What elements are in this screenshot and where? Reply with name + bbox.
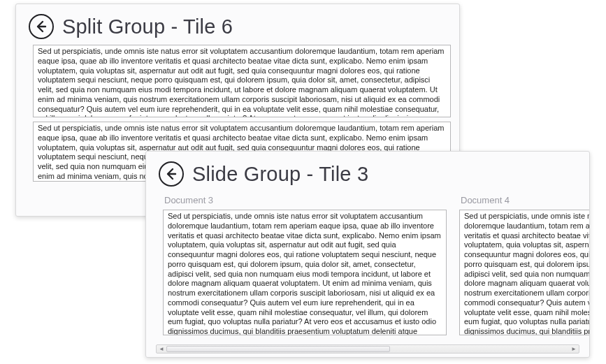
scroll-thumb[interactable]: [166, 346, 390, 352]
document-textbox[interactable]: Sed ut perspiciatis, unde omnis iste nat…: [459, 210, 590, 335]
document-column: Document 3 Sed ut perspiciatis, unde omn…: [163, 195, 447, 343]
scroll-track[interactable]: [166, 345, 569, 353]
text-pane-top[interactable]: Sed ut perspiciatis, unde omnis iste nat…: [33, 45, 451, 117]
documents-row: Document 3 Sed ut perspiciatis, unde omn…: [163, 195, 590, 343]
window-title: Split Group - Tile 6: [62, 15, 233, 38]
window-header: Slide Group - Tile 3: [146, 152, 589, 194]
horizontal-scrollbar[interactable]: ◄ ►: [156, 344, 579, 354]
window-header: Split Group - Tile 6: [16, 4, 459, 46]
document-column: Document 4 Sed ut perspiciatis, unde omn…: [459, 195, 590, 343]
arrow-left-icon: [34, 20, 48, 34]
slide-group-window: Slide Group - Tile 3 Document 3 Sed ut p…: [145, 151, 590, 358]
arrow-left-icon: [164, 167, 178, 181]
document-label: Document 3: [164, 195, 447, 205]
document-textbox[interactable]: Sed ut perspiciatis, unde omnis iste nat…: [163, 210, 447, 335]
scroll-right-icon[interactable]: ►: [569, 345, 579, 353]
window-title: Slide Group - Tile 3: [192, 163, 368, 186]
back-button[interactable]: [29, 14, 54, 39]
document-label: Document 4: [461, 195, 590, 205]
scroll-left-icon[interactable]: ◄: [157, 345, 166, 353]
back-button[interactable]: [159, 161, 184, 187]
